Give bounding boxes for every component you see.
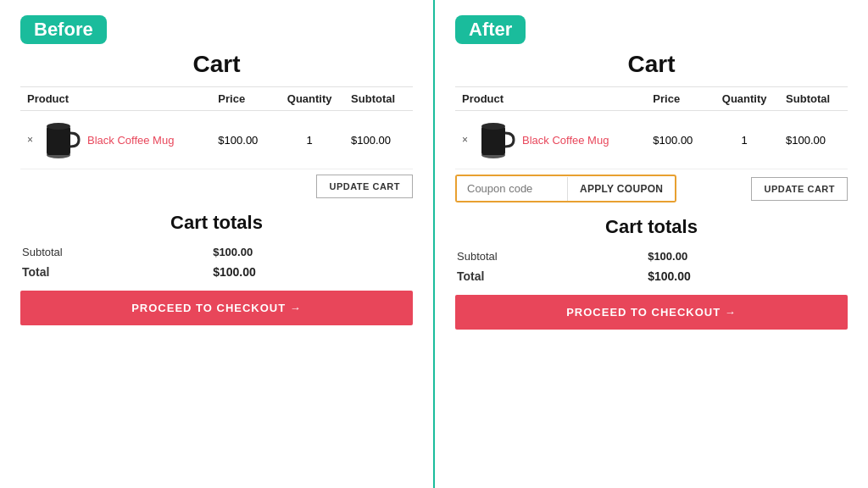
before-panel: Before Cart Product Price Quantity Subto… <box>0 0 435 488</box>
before-subtotal-label: Subtotal <box>20 242 211 262</box>
before-product-cell: × Black Coffee Mug <box>20 111 211 169</box>
svg-point-5 <box>481 123 505 130</box>
before-cart-totals: Cart totals Subtotal $100.00 Total $100.… <box>20 212 413 325</box>
before-product-link[interactable]: Black Coffee Mug <box>87 134 174 147</box>
after-update-cart-button[interactable]: UPDATE CART <box>751 177 848 201</box>
before-quantity-cell: 1 <box>275 111 344 169</box>
before-update-cart-button[interactable]: UPDATE CART <box>316 175 413 198</box>
after-remove-icon[interactable]: × <box>462 134 468 146</box>
svg-rect-4 <box>481 126 505 155</box>
after-total-row: Total $100.00 <box>455 266 848 286</box>
after-table-actions: APPLY COUPON UPDATE CART <box>455 175 848 202</box>
before-subtotal-value: $100.00 <box>211 242 413 262</box>
coupon-input[interactable] <box>457 176 567 201</box>
before-cart-totals-title: Cart totals <box>20 212 413 234</box>
before-total-label: Total <box>20 262 211 282</box>
before-total-value: $100.00 <box>211 262 413 282</box>
apply-coupon-button[interactable]: APPLY COUPON <box>567 177 675 201</box>
before-col-price: Price <box>211 87 275 111</box>
after-subtotal-label: Subtotal <box>455 247 646 266</box>
before-cart-title: Cart <box>20 51 413 78</box>
after-panel: After Cart Product Price Quantity Subtot… <box>435 0 868 488</box>
after-quantity-cell: 1 <box>709 111 779 169</box>
after-subtotal-value: $100.00 <box>646 247 848 266</box>
after-col-quantity: Quantity <box>709 87 779 111</box>
after-totals-table: Subtotal $100.00 Total $100.00 <box>455 247 848 286</box>
before-product-image <box>40 118 81 162</box>
before-subtotal-cell: $100.00 <box>344 111 413 169</box>
before-badge: Before <box>20 15 107 44</box>
after-badge: After <box>455 15 526 44</box>
after-col-subtotal: Subtotal <box>779 87 848 111</box>
before-checkout-button[interactable]: PROCEED TO CHECKOUT → <box>20 291 413 325</box>
before-totals-table: Subtotal $100.00 Total $100.00 <box>20 242 413 282</box>
after-cart-row: × Black Coffee Mug $100.00 1 $100.00 <box>455 111 848 169</box>
after-checkout-button[interactable]: PROCEED TO CHECKOUT → <box>455 295 848 330</box>
after-total-label: Total <box>455 266 646 286</box>
before-col-subtotal: Subtotal <box>344 87 413 111</box>
after-total-value: $100.00 <box>646 266 848 286</box>
after-cart-totals: Cart totals Subtotal $100.00 Total $100.… <box>455 216 848 330</box>
before-subtotal-row: Subtotal $100.00 <box>20 242 413 262</box>
svg-rect-1 <box>47 126 70 155</box>
after-price-cell: $100.00 <box>646 111 709 169</box>
after-cart-table: Product Price Quantity Subtotal × <box>455 86 848 169</box>
after-col-product: Product <box>455 87 646 111</box>
before-table-actions: UPDATE CART <box>20 175 413 198</box>
after-cart-totals-title: Cart totals <box>455 216 848 238</box>
coupon-section: APPLY COUPON <box>455 175 676 202</box>
after-subtotal-cell: $100.00 <box>779 111 848 169</box>
after-cart-title: Cart <box>455 51 848 78</box>
after-subtotal-row: Subtotal $100.00 <box>455 247 848 266</box>
before-col-product: Product <box>20 87 211 111</box>
after-product-image <box>475 118 515 162</box>
before-price-cell: $100.00 <box>211 111 275 169</box>
svg-point-2 <box>47 123 70 130</box>
before-col-quantity: Quantity <box>275 87 344 111</box>
after-product-link[interactable]: Black Coffee Mug <box>522 134 609 147</box>
after-product-cell: × Black Coffee Mug <box>455 111 646 169</box>
before-total-row: Total $100.00 <box>20 262 413 282</box>
before-cart-row: × Black Coffee Mug $100.00 1 $100.00 <box>20 111 413 169</box>
before-cart-table: Product Price Quantity Subtotal × <box>20 86 413 169</box>
before-remove-icon[interactable]: × <box>27 134 33 146</box>
after-col-price: Price <box>646 87 709 111</box>
